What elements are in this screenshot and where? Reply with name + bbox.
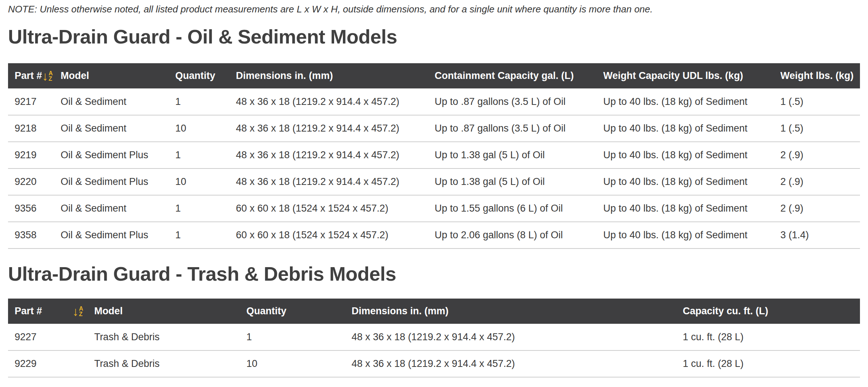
oil-sediment-table: Part # ↓ A Z Model Quantity Dimensions i… (8, 63, 860, 249)
weight-capacity-cell: Up to 40 lbs. (18 kg) of Sediment (597, 115, 774, 142)
containment-capacity-cell: Up to 2.06 gallons (8 L) of Oil (428, 222, 597, 248)
weight-cell: 2 (.9) (774, 195, 860, 222)
dimensions-cell: 48 x 36 x 18 (1219.2 x 914.4 x 457.2) (229, 142, 428, 168)
part-number-cell: 9217 (8, 88, 54, 115)
header-cell-containment-capacity: Containment Capacity gal. (L) (428, 63, 597, 88)
model-cell: Oil & Sediment (54, 195, 169, 222)
header-cell-part-number[interactable]: Part # ↓ A Z (8, 299, 88, 324)
header-cell-weight: Weight lbs. (kg) (774, 63, 860, 88)
sort-letter-z: Z (49, 76, 53, 81)
page-container: NOTE: Unless otherwise noted, all listed… (0, 3, 868, 377)
table-row: 9229 Trash & Debris 10 48 x 36 x 18 (121… (8, 350, 860, 377)
table-row: 9217 Oil & Sediment 1 48 x 36 x 18 (1219… (8, 88, 860, 115)
containment-capacity-cell: Up to .87 gallons (3.5 L) of Oil (428, 115, 597, 142)
header-cell-quantity: Quantity (240, 299, 345, 324)
weight-cell: 1 (.5) (774, 88, 860, 115)
header-label-part-number: Part # (15, 306, 42, 317)
sort-alpha-down-icon[interactable]: ↓ A Z (72, 306, 83, 317)
containment-capacity-cell: Up to 1.55 gallons (6 L) of Oil (428, 195, 597, 222)
weight-capacity-cell: Up to 40 lbs. (18 kg) of Sediment (597, 88, 774, 115)
header-cell-quantity: Quantity (169, 63, 229, 88)
part-number-cell: 9218 (8, 115, 54, 142)
dimensions-cell: 48 x 36 x 18 (1219.2 x 914.4 x 457.2) (229, 168, 428, 195)
containment-capacity-cell: Up to 1.38 gal (5 L) of Oil (428, 168, 597, 195)
weight-capacity-cell: Up to 40 lbs. (18 kg) of Sediment (597, 142, 774, 168)
header-label-part-number: Part # (15, 70, 42, 81)
quantity-cell: 10 (169, 168, 229, 195)
quantity-cell: 10 (169, 115, 229, 142)
dimensions-cell: 48 x 36 x 18 (1219.2 x 914.4 x 457.2) (229, 115, 428, 142)
part-number-cell: 9227 (8, 324, 88, 350)
part-number-cell: 9220 (8, 168, 54, 195)
model-cell: Oil & Sediment Plus (54, 168, 169, 195)
table-header-row: Part # ↓ A Z Model Quantity Dimensions i… (8, 299, 860, 324)
model-cell: Oil & Sediment Plus (54, 222, 169, 248)
containment-capacity-cell: Up to 1.38 gal (5 L) of Oil (428, 142, 597, 168)
weight-cell: 2 (.9) (774, 168, 860, 195)
weight-capacity-cell: Up to 40 lbs. (18 kg) of Sediment (597, 195, 774, 222)
trash-debris-table: Part # ↓ A Z Model Quantity Dimensions i… (8, 299, 860, 377)
dimensions-cell: 60 x 60 x 18 (1524 x 1524 x 457.2) (229, 195, 428, 222)
sort-letter-a: A (49, 71, 53, 76)
part-number-cell: 9229 (8, 350, 88, 377)
part-number-cell: 9219 (8, 142, 54, 168)
header-cell-dimensions: Dimensions in. (mm) (229, 63, 428, 88)
sort-letters: A Z (49, 71, 53, 81)
header-cell-weight-capacity: Weight Capacity UDL lbs. (kg) (597, 63, 774, 88)
sort-letter-z: Z (79, 311, 83, 317)
sort-letters: A Z (79, 306, 83, 317)
sort-alpha-down-icon[interactable]: ↓ A Z (42, 71, 53, 81)
sort-arrow-down-glyph: ↓ (72, 306, 79, 317)
model-cell: Trash & Debris (88, 350, 240, 377)
table-row: 9219 Oil & Sediment Plus 1 48 x 36 x 18 … (8, 142, 860, 168)
table-row: 9227 Trash & Debris 1 48 x 36 x 18 (1219… (8, 324, 860, 350)
quantity-cell: 1 (169, 222, 229, 248)
weight-capacity-cell: Up to 40 lbs. (18 kg) of Sediment (597, 222, 774, 248)
containment-capacity-cell: Up to .87 gallons (3.5 L) of Oil (428, 88, 597, 115)
table-row: 9356 Oil & Sediment 1 60 x 60 x 18 (1524… (8, 195, 860, 222)
dimensions-cell: 48 x 36 x 18 (1219.2 x 914.4 x 457.2) (345, 324, 676, 350)
weight-capacity-cell: Up to 40 lbs. (18 kg) of Sediment (597, 168, 774, 195)
table-header-row: Part # ↓ A Z Model Quantity Dimensions i… (8, 63, 860, 88)
header-cell-capacity: Capacity cu. ft. (L) (676, 299, 860, 324)
dimensions-cell: 48 x 36 x 18 (1219.2 x 914.4 x 457.2) (229, 88, 428, 115)
quantity-cell: 1 (169, 195, 229, 222)
weight-cell: 1 (.5) (774, 115, 860, 142)
weight-cell: 2 (.9) (774, 142, 860, 168)
measurement-note: NOTE: Unless otherwise noted, all listed… (8, 3, 860, 15)
model-cell: Oil & Sediment Plus (54, 142, 169, 168)
part-number-cell: 9356 (8, 195, 54, 222)
header-cell-model: Model (54, 63, 169, 88)
weight-cell: 3 (1.4) (774, 222, 860, 248)
header-cell-dimensions: Dimensions in. (mm) (345, 299, 676, 324)
header-cell-model: Model (88, 299, 240, 324)
sort-arrow-down-glyph: ↓ (42, 71, 48, 81)
capacity-cell: 1 cu. ft. (28 L) (676, 324, 860, 350)
model-cell: Oil & Sediment (54, 115, 169, 142)
table-row: 9218 Oil & Sediment 10 48 x 36 x 18 (121… (8, 115, 860, 142)
header-cell-part-number[interactable]: Part # ↓ A Z (8, 63, 54, 88)
table-row: 9358 Oil & Sediment Plus 1 60 x 60 x 18 … (8, 222, 860, 248)
model-cell: Oil & Sediment (54, 88, 169, 115)
model-cell: Trash & Debris (88, 324, 240, 350)
part-number-cell: 9358 (8, 222, 54, 248)
dimensions-cell: 60 x 60 x 18 (1524 x 1524 x 457.2) (229, 222, 428, 248)
dimensions-cell: 48 x 36 x 18 (1219.2 x 914.4 x 457.2) (345, 350, 676, 377)
quantity-cell: 1 (169, 88, 229, 115)
sort-letter-a: A (79, 306, 83, 311)
section-title-oil-sediment: Ultra-Drain Guard - Oil & Sediment Model… (8, 26, 860, 48)
table-row: 9220 Oil & Sediment Plus 10 48 x 36 x 18… (8, 168, 860, 195)
quantity-cell: 1 (240, 324, 345, 350)
capacity-cell: 1 cu. ft. (28 L) (676, 350, 860, 377)
section-title-trash-debris: Ultra-Drain Guard - Trash & Debris Model… (8, 263, 860, 285)
quantity-cell: 1 (169, 142, 229, 168)
quantity-cell: 10 (240, 350, 345, 377)
